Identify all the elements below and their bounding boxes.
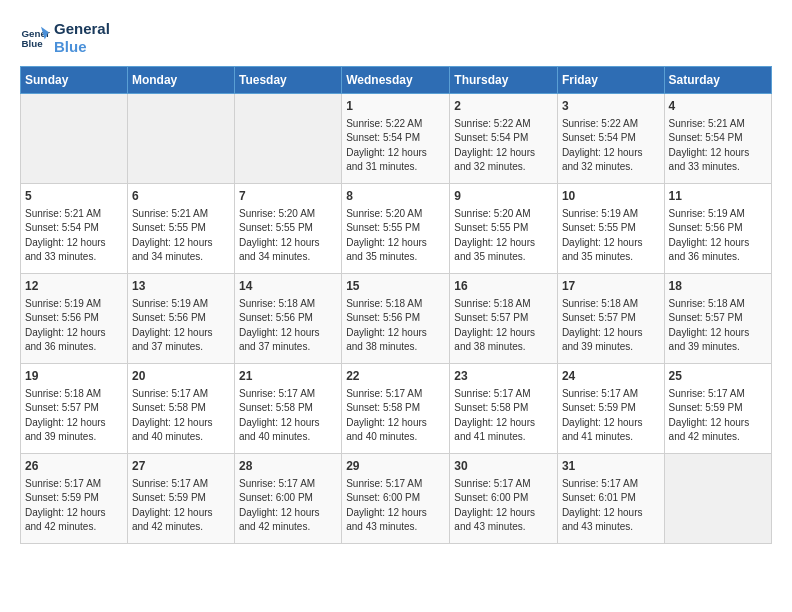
day-info: Sunrise: 5:17 AMSunset: 5:59 PMDaylight:… <box>562 387 660 445</box>
day-info: Sunrise: 5:18 AMSunset: 5:56 PMDaylight:… <box>346 297 445 355</box>
day-info: Sunrise: 5:17 AMSunset: 5:59 PMDaylight:… <box>25 477 123 535</box>
calendar-day-cell: 10Sunrise: 5:19 AMSunset: 5:55 PMDayligh… <box>557 184 664 274</box>
calendar-day-cell: 18Sunrise: 5:18 AMSunset: 5:57 PMDayligh… <box>664 274 771 364</box>
calendar-day-cell <box>127 94 234 184</box>
calendar-day-cell: 15Sunrise: 5:18 AMSunset: 5:56 PMDayligh… <box>342 274 450 364</box>
day-number: 18 <box>669 278 767 295</box>
day-info: Sunrise: 5:17 AMSunset: 6:00 PMDaylight:… <box>346 477 445 535</box>
calendar-day-cell: 7Sunrise: 5:20 AMSunset: 5:55 PMDaylight… <box>235 184 342 274</box>
day-info: Sunrise: 5:21 AMSunset: 5:55 PMDaylight:… <box>132 207 230 265</box>
logo-text: General Blue <box>54 20 110 56</box>
day-number: 24 <box>562 368 660 385</box>
day-info: Sunrise: 5:22 AMSunset: 5:54 PMDaylight:… <box>346 117 445 175</box>
day-number: 15 <box>346 278 445 295</box>
day-number: 12 <box>25 278 123 295</box>
calendar-day-cell: 19Sunrise: 5:18 AMSunset: 5:57 PMDayligh… <box>21 364 128 454</box>
day-number: 7 <box>239 188 337 205</box>
calendar-day-cell: 25Sunrise: 5:17 AMSunset: 5:59 PMDayligh… <box>664 364 771 454</box>
day-info: Sunrise: 5:19 AMSunset: 5:56 PMDaylight:… <box>132 297 230 355</box>
day-info: Sunrise: 5:22 AMSunset: 5:54 PMDaylight:… <box>454 117 553 175</box>
day-info: Sunrise: 5:17 AMSunset: 5:58 PMDaylight:… <box>346 387 445 445</box>
weekday-header-cell: Tuesday <box>235 67 342 94</box>
day-info: Sunrise: 5:17 AMSunset: 5:59 PMDaylight:… <box>132 477 230 535</box>
day-number: 30 <box>454 458 553 475</box>
calendar-day-cell: 16Sunrise: 5:18 AMSunset: 5:57 PMDayligh… <box>450 274 558 364</box>
day-info: Sunrise: 5:22 AMSunset: 5:54 PMDaylight:… <box>562 117 660 175</box>
day-number: 23 <box>454 368 553 385</box>
day-number: 3 <box>562 98 660 115</box>
day-info: Sunrise: 5:18 AMSunset: 5:57 PMDaylight:… <box>25 387 123 445</box>
calendar-day-cell: 30Sunrise: 5:17 AMSunset: 6:00 PMDayligh… <box>450 454 558 544</box>
day-number: 17 <box>562 278 660 295</box>
day-number: 2 <box>454 98 553 115</box>
calendar-day-cell: 21Sunrise: 5:17 AMSunset: 5:58 PMDayligh… <box>235 364 342 454</box>
logo-icon: General Blue <box>20 23 50 53</box>
calendar-week-row: 26Sunrise: 5:17 AMSunset: 5:59 PMDayligh… <box>21 454 772 544</box>
weekday-header-cell: Wednesday <box>342 67 450 94</box>
calendar-day-cell: 13Sunrise: 5:19 AMSunset: 5:56 PMDayligh… <box>127 274 234 364</box>
calendar-table: SundayMondayTuesdayWednesdayThursdayFrid… <box>20 66 772 544</box>
day-number: 9 <box>454 188 553 205</box>
calendar-day-cell: 4Sunrise: 5:21 AMSunset: 5:54 PMDaylight… <box>664 94 771 184</box>
calendar-day-cell: 8Sunrise: 5:20 AMSunset: 5:55 PMDaylight… <box>342 184 450 274</box>
calendar-day-cell: 31Sunrise: 5:17 AMSunset: 6:01 PMDayligh… <box>557 454 664 544</box>
day-number: 11 <box>669 188 767 205</box>
weekday-header-cell: Thursday <box>450 67 558 94</box>
weekday-header-cell: Monday <box>127 67 234 94</box>
day-number: 19 <box>25 368 123 385</box>
day-info: Sunrise: 5:20 AMSunset: 5:55 PMDaylight:… <box>239 207 337 265</box>
weekday-header-cell: Sunday <box>21 67 128 94</box>
day-number: 14 <box>239 278 337 295</box>
day-info: Sunrise: 5:19 AMSunset: 5:56 PMDaylight:… <box>25 297 123 355</box>
day-number: 13 <box>132 278 230 295</box>
calendar-week-row: 19Sunrise: 5:18 AMSunset: 5:57 PMDayligh… <box>21 364 772 454</box>
calendar-body: 1Sunrise: 5:22 AMSunset: 5:54 PMDaylight… <box>21 94 772 544</box>
calendar-day-cell: 17Sunrise: 5:18 AMSunset: 5:57 PMDayligh… <box>557 274 664 364</box>
day-info: Sunrise: 5:17 AMSunset: 6:01 PMDaylight:… <box>562 477 660 535</box>
day-number: 28 <box>239 458 337 475</box>
day-info: Sunrise: 5:20 AMSunset: 5:55 PMDaylight:… <box>346 207 445 265</box>
calendar-week-row: 12Sunrise: 5:19 AMSunset: 5:56 PMDayligh… <box>21 274 772 364</box>
day-info: Sunrise: 5:17 AMSunset: 5:58 PMDaylight:… <box>454 387 553 445</box>
calendar-day-cell: 23Sunrise: 5:17 AMSunset: 5:58 PMDayligh… <box>450 364 558 454</box>
day-number: 6 <box>132 188 230 205</box>
day-number: 16 <box>454 278 553 295</box>
calendar-day-cell: 27Sunrise: 5:17 AMSunset: 5:59 PMDayligh… <box>127 454 234 544</box>
day-info: Sunrise: 5:19 AMSunset: 5:56 PMDaylight:… <box>669 207 767 265</box>
calendar-day-cell <box>664 454 771 544</box>
calendar-day-cell: 12Sunrise: 5:19 AMSunset: 5:56 PMDayligh… <box>21 274 128 364</box>
calendar-day-cell: 28Sunrise: 5:17 AMSunset: 6:00 PMDayligh… <box>235 454 342 544</box>
day-number: 5 <box>25 188 123 205</box>
calendar-week-row: 1Sunrise: 5:22 AMSunset: 5:54 PMDaylight… <box>21 94 772 184</box>
day-number: 10 <box>562 188 660 205</box>
calendar-day-cell: 9Sunrise: 5:20 AMSunset: 5:55 PMDaylight… <box>450 184 558 274</box>
calendar-day-cell: 11Sunrise: 5:19 AMSunset: 5:56 PMDayligh… <box>664 184 771 274</box>
day-info: Sunrise: 5:17 AMSunset: 6:00 PMDaylight:… <box>239 477 337 535</box>
day-number: 20 <box>132 368 230 385</box>
day-info: Sunrise: 5:21 AMSunset: 5:54 PMDaylight:… <box>669 117 767 175</box>
calendar-day-cell: 29Sunrise: 5:17 AMSunset: 6:00 PMDayligh… <box>342 454 450 544</box>
day-number: 21 <box>239 368 337 385</box>
weekday-header-row: SundayMondayTuesdayWednesdayThursdayFrid… <box>21 67 772 94</box>
day-info: Sunrise: 5:17 AMSunset: 5:59 PMDaylight:… <box>669 387 767 445</box>
day-number: 26 <box>25 458 123 475</box>
day-info: Sunrise: 5:18 AMSunset: 5:57 PMDaylight:… <box>454 297 553 355</box>
calendar-day-cell: 5Sunrise: 5:21 AMSunset: 5:54 PMDaylight… <box>21 184 128 274</box>
day-info: Sunrise: 5:18 AMSunset: 5:57 PMDaylight:… <box>562 297 660 355</box>
day-info: Sunrise: 5:17 AMSunset: 6:00 PMDaylight:… <box>454 477 553 535</box>
calendar-day-cell: 6Sunrise: 5:21 AMSunset: 5:55 PMDaylight… <box>127 184 234 274</box>
day-info: Sunrise: 5:20 AMSunset: 5:55 PMDaylight:… <box>454 207 553 265</box>
page-header: General Blue General Blue <box>20 20 772 56</box>
weekday-header-cell: Friday <box>557 67 664 94</box>
day-number: 22 <box>346 368 445 385</box>
calendar-day-cell: 3Sunrise: 5:22 AMSunset: 5:54 PMDaylight… <box>557 94 664 184</box>
day-number: 4 <box>669 98 767 115</box>
day-info: Sunrise: 5:17 AMSunset: 5:58 PMDaylight:… <box>132 387 230 445</box>
day-number: 8 <box>346 188 445 205</box>
calendar-day-cell <box>235 94 342 184</box>
day-number: 27 <box>132 458 230 475</box>
calendar-day-cell: 2Sunrise: 5:22 AMSunset: 5:54 PMDaylight… <box>450 94 558 184</box>
day-info: Sunrise: 5:18 AMSunset: 5:56 PMDaylight:… <box>239 297 337 355</box>
day-info: Sunrise: 5:19 AMSunset: 5:55 PMDaylight:… <box>562 207 660 265</box>
calendar-day-cell <box>21 94 128 184</box>
